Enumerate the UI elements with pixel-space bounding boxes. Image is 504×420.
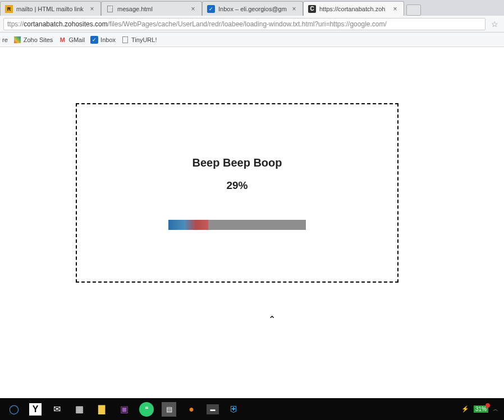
edge-icon[interactable]: ◯ — [7, 402, 21, 417]
word-icon[interactable]: ● — [184, 402, 199, 417]
close-icon[interactable]: × — [189, 5, 197, 13]
system-tray: ⚡ 31% ︿ — [461, 405, 502, 413]
zoho-icon — [13, 36, 21, 44]
gmail-icon: M — [58, 36, 66, 44]
tray-overflow-icon[interactable]: ︿ — [493, 405, 498, 413]
bookmark-label: Zoho Sites — [24, 36, 53, 43]
hangouts-icon[interactable]: ❝ — [139, 402, 154, 417]
tab-title: https://cortanabatch.zoh — [319, 6, 389, 12]
url-host: cortanabatch.zohosites.com — [24, 20, 107, 28]
terminal-icon[interactable]: ▬ — [207, 404, 219, 414]
tab-title: mesage.html — [117, 6, 187, 12]
favicon-doc-icon — [106, 5, 114, 13]
bookmark-label: TinyURL! — [131, 36, 157, 43]
bookmark-label: re — [2, 36, 8, 43]
calendar-icon[interactable]: ▦ — [72, 402, 86, 417]
bookmarks-bar: re Zoho Sites M GMail ✓ Inbox TinyURL! — [0, 33, 504, 47]
yammer-icon[interactable]: Y — [29, 403, 42, 416]
loading-heading: Beep Beep Boop — [192, 156, 282, 169]
progress-fill — [168, 220, 208, 230]
progress-bar — [168, 220, 306, 230]
taskbar: ◯ Y ✉ ▦ ▇ ▣ ❝ ▤ ● ▬ ⛨ ⚡ 31% ︿ — [0, 398, 504, 420]
file-explorer-icon[interactable]: ▇ — [94, 402, 109, 417]
tab-mailto[interactable]: R mailto | HTML mailto link × — [0, 1, 101, 16]
inbox-icon: ✓ — [90, 36, 98, 44]
loading-box: Beep Beep Boop 29% — [76, 103, 398, 283]
tab-cortanabatch[interactable]: C https://cortanabatch.zoh × — [303, 1, 404, 16]
bookmark-inbox[interactable]: ✓ Inbox — [90, 36, 116, 44]
calculator-icon[interactable]: ▤ — [162, 402, 176, 417]
bookmark-label: Inbox — [100, 36, 116, 43]
bookmark-zoho-sites[interactable]: Zoho Sites — [13, 36, 53, 44]
close-icon[interactable]: × — [391, 5, 399, 13]
close-icon[interactable]: × — [290, 5, 298, 13]
bookmark-star-icon[interactable]: ☆ — [489, 20, 501, 29]
close-icon[interactable]: × — [88, 5, 96, 13]
bookmark-tinyurl[interactable]: TinyURL! — [121, 36, 157, 44]
tab-strip: R mailto | HTML mailto link × mesage.htm… — [0, 0, 504, 16]
new-tab-button[interactable] — [406, 4, 421, 16]
defender-icon[interactable]: ⛨ — [227, 402, 241, 417]
tab-title: mailto | HTML mailto link — [16, 6, 86, 12]
bookmark-gmail[interactable]: M GMail — [58, 36, 85, 44]
address-bar: ttps://cortanabatch.zohosites.com/files/… — [0, 16, 504, 33]
tab-mesage[interactable]: mesage.html × — [101, 1, 202, 16]
url-path: /files/WebPages/cache/UserLand/redr/loab… — [108, 20, 387, 28]
url-input[interactable]: ttps://cortanabatch.zohosites.com/files/… — [3, 18, 485, 30]
cursor-icon: ⌃ — [268, 314, 276, 325]
tab-inbox[interactable]: ✓ Inbox – eli.georgios@gm × — [202, 1, 303, 16]
visual-studio-icon[interactable]: ▣ — [117, 402, 131, 417]
taskbar-icons: ◯ Y ✉ ▦ ▇ ▣ ❝ ▤ ● ▬ ⛨ — [2, 402, 241, 417]
bookmark-label: GMail — [68, 36, 85, 43]
bookmark-re[interactable]: re — [2, 36, 8, 43]
battery-indicator[interactable]: 31% — [474, 405, 488, 413]
favicon-r-icon: R — [5, 5, 13, 13]
url-prefix: ttps:// — [7, 20, 24, 28]
loading-percent: 29% — [226, 179, 248, 192]
favicon-c-icon: C — [308, 5, 316, 13]
battery-percent: 31% — [475, 406, 487, 412]
doc-icon — [121, 36, 129, 44]
page-content: Beep Beep Boop 29% ⌃ — [0, 47, 504, 398]
battery-alert-icon — [485, 403, 490, 408]
favicon-mail-icon: ✓ — [207, 5, 215, 13]
tab-title: Inbox – eli.georgios@gm — [218, 6, 288, 12]
mail-icon[interactable]: ✉ — [49, 402, 64, 417]
charging-icon[interactable]: ⚡ — [461, 405, 469, 413]
